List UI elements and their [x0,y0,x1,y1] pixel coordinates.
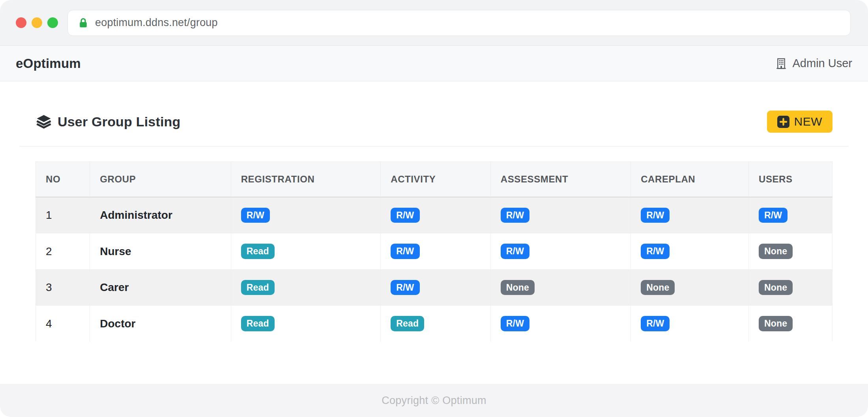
new-button-label: NEW [794,115,823,128]
permission-badge: Read [241,316,275,331]
permission-cell: R/W [748,197,832,233]
brand-title: eOptimum [16,56,81,71]
permission-cell: R/W [631,233,749,269]
column-header-no: NO [36,162,90,197]
group-name: Doctor [90,306,231,342]
permission-cell: Read [231,269,381,305]
permission-badge: R/W [391,280,419,295]
maximize-button[interactable] [47,17,58,28]
permission-badge: None [641,280,675,295]
permission-cell: None [748,233,832,269]
permission-cell: R/W [631,197,749,233]
permission-cell: R/W [631,306,749,342]
table-row: 4DoctorReadReadR/WR/WNone [36,306,832,342]
page-title: User Group Listing [36,113,181,130]
permission-badge: None [759,280,793,295]
permission-badge: None [759,316,793,331]
group-name: Administrator [90,197,231,233]
app-header: eOptimum Admin User [0,46,868,81]
group-name: Carer [90,269,231,305]
table-row: 1AdministratorR/WR/WR/WR/WR/W [36,197,832,233]
table-header: NO GROUP REGISTRATION ACTIVITY ASSESSMEN… [36,162,832,197]
user-name: Admin User [793,57,853,70]
copyright-text: Copyright © Optimum [382,394,486,407]
close-button[interactable] [16,17,26,28]
permission-badge: R/W [391,244,419,259]
permission-cell: R/W [381,197,491,233]
permission-badge: None [501,280,535,295]
permission-cell: R/W [490,306,630,342]
layers-icon [36,113,52,130]
table-row: 2NurseReadR/WR/WR/WNone [36,233,832,269]
plus-square-icon [777,116,789,128]
permission-cell: Read [231,233,381,269]
permission-badge: R/W [501,316,529,331]
permission-cell: None [490,269,630,305]
permission-badge: R/W [641,244,670,259]
column-header-activity: ACTIVITY [381,162,491,197]
page-title-text: User Group Listing [58,114,181,130]
permission-badge: R/W [241,208,270,223]
permission-badge: R/W [759,208,788,223]
permission-badge: R/W [641,208,670,223]
permission-cell: None [631,269,749,305]
group-table: NO GROUP REGISTRATION ACTIVITY ASSESSMEN… [36,162,832,342]
permission-cell: R/W [490,233,630,269]
group-name: Nurse [90,233,231,269]
permission-cell: Read [231,306,381,342]
column-header-registration: REGISTRATION [231,162,381,197]
browser-chrome: eoptimum.ddns.net/group [0,0,868,46]
permission-cell: Read [381,306,491,342]
column-header-group: GROUP [90,162,231,197]
address-bar[interactable]: eoptimum.ddns.net/group [67,10,851,36]
lock-icon[interactable] [77,17,89,29]
permission-badge: R/W [501,208,529,223]
permission-badge: Read [391,316,424,331]
group-table-container: NO GROUP REGISTRATION ACTIVITY ASSESSMEN… [36,162,832,342]
permission-badge: None [759,244,793,259]
browser-window: eoptimum.ddns.net/group eOptimum [0,0,868,417]
permission-cell: R/W [490,197,630,233]
column-header-assessment: ASSESSMENT [490,162,630,197]
table-body: 1AdministratorR/WR/WR/WR/WR/W2NurseReadR… [36,197,832,342]
permission-badge: R/W [501,244,529,259]
row-number: 2 [36,233,90,269]
minimize-button[interactable] [32,17,42,28]
permission-cell: R/W [231,197,381,233]
building-icon [775,57,788,70]
window-controls [16,17,58,28]
permission-cell: R/W [381,233,491,269]
permission-cell: None [748,269,832,305]
permission-badge: R/W [641,316,670,331]
permission-cell: None [748,306,832,342]
row-number: 4 [36,306,90,342]
title-bar: User Group Listing NEW [36,111,832,133]
url-text: eoptimum.ddns.net/group [95,17,218,29]
user-menu[interactable]: Admin User [775,57,853,70]
new-button[interactable]: NEW [767,111,833,133]
permission-badge: Read [241,280,275,295]
permission-badge: R/W [391,208,419,223]
row-number: 1 [36,197,90,233]
page-footer: Copyright © Optimum [0,384,868,417]
column-header-users: USERS [748,162,832,197]
permission-badge: Read [241,244,275,259]
table-row: 3CarerReadR/WNoneNoneNone [36,269,832,305]
main-content: User Group Listing NEW [0,81,868,384]
column-header-careplan: CAREPLAN [631,162,749,197]
permission-cell: R/W [381,269,491,305]
section-divider [20,146,848,147]
row-number: 3 [36,269,90,305]
